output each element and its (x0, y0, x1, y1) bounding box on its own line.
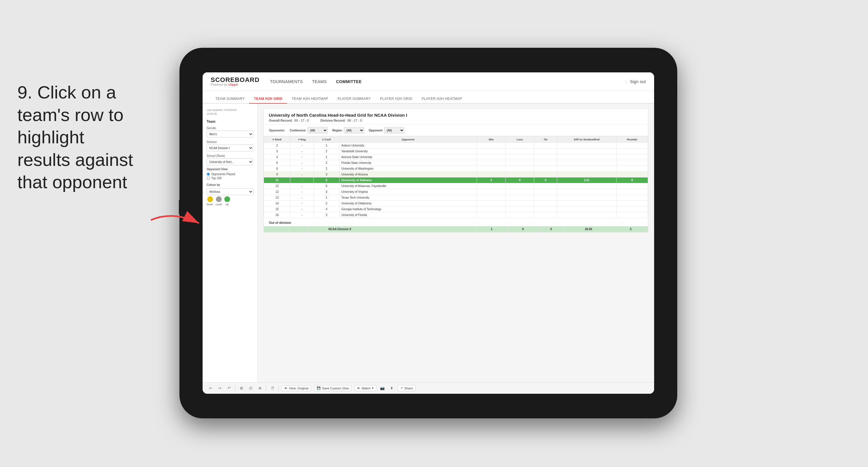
watch-btn[interactable]: 👁 Watch ▾ (354, 385, 376, 391)
table-row[interactable]: 11-5University of Alabama3002.618 (264, 177, 648, 183)
save-custom-view-btn[interactable]: 💾 Save Custom View (314, 385, 352, 391)
conference-select[interactable]: (All) (307, 127, 328, 134)
col-header-diff: Diff Av Strokes/Rnd (557, 136, 617, 143)
division-select[interactable]: NCAA Division I NCAA Division II (207, 144, 253, 151)
save-icon: 💾 (317, 386, 321, 390)
tab-team-h2h-heatmap[interactable]: TEAM H2H HEATMAP (287, 94, 333, 104)
logo-powered: Powered by clippd (211, 83, 259, 86)
table-row[interactable]: 9-3University of Arizona (264, 172, 648, 177)
camera-icon[interactable]: 📷 (379, 385, 385, 391)
tab-player-h2h-heatmap[interactable]: PLAYER H2H HEATMAP (417, 94, 467, 104)
share-btn[interactable]: ↗ Share (398, 385, 415, 391)
view-original-btn[interactable]: 👁 View: Original (282, 385, 311, 391)
logo-scoreboard: SCOREBOARD (211, 77, 259, 83)
radio-opponents-played: Opponents Played (207, 173, 253, 176)
toolbar-divider-3 (278, 385, 279, 391)
colour-by-label: Colour by (207, 183, 253, 186)
tab-team-h2h-grid[interactable]: TEAM H2H GRID (249, 94, 287, 104)
out-of-division-table: NCAA Division II 1 0 0 26.00 3 (264, 226, 648, 232)
gender-select[interactable]: Men's Women's (207, 130, 253, 138)
out-div-win: 1 (476, 226, 507, 232)
conference-filter: Conference (All) (290, 127, 328, 134)
out-div-reg (289, 226, 308, 232)
col-header-opponent: Opponent (339, 136, 477, 143)
opponent-select[interactable]: (All) (384, 127, 404, 134)
school-select[interactable]: University of Nort... (207, 158, 253, 165)
opponent-view-group: Opponent View Opponents Played Top 100 (207, 168, 253, 180)
opponent-filter: Opponent (All) (369, 127, 404, 134)
table-header-row: # Rank # Reg # Conf Opponent Win Loss Ti… (264, 136, 648, 143)
tab-player-h2h-grid[interactable]: PLAYER H2H GRID (375, 94, 417, 104)
sidebar-gender-label: Gender (207, 126, 253, 130)
up-dot (224, 196, 230, 202)
opponents-label: Opponents: (269, 129, 285, 132)
panel-records: Overall Record: 89 - 17 - 0 Division Rec… (269, 119, 643, 122)
region-select[interactable]: (All) (344, 127, 364, 134)
table-row[interactable]: 13-1Texas Tech University (264, 195, 648, 201)
undo-icon[interactable]: ↩ (207, 385, 214, 391)
nav-committee[interactable]: COMMITTEE (336, 78, 362, 85)
paste-icon[interactable]: ⊡ (247, 385, 254, 391)
tablet-device: SCOREBOARD Powered by clippd TOURNAMENTS… (180, 48, 677, 418)
col-header-conf: # Conf (314, 136, 339, 143)
toolbar-divider-1 (235, 385, 235, 391)
table-row[interactable]: 14-2University of Oklahoma (264, 201, 648, 206)
sub-nav: TEAM SUMMARY TEAM H2H GRID TEAM H2H HEAT… (203, 91, 654, 104)
out-div-conf (308, 226, 327, 232)
copy-icon[interactable]: ⊞ (238, 385, 245, 391)
sidebar-team-label: Team (207, 120, 253, 124)
table-row[interactable]: 15-4Georgia Institute of Technology (264, 206, 648, 212)
out-div-rounds: 3 (614, 226, 648, 232)
level-dot (216, 196, 222, 202)
col-header-win: Win (477, 136, 505, 143)
tab-player-summary[interactable]: PLAYER SUMMARY (333, 94, 375, 104)
out-div-opponent: NCAA Division II (326, 226, 476, 232)
plus-icon[interactable]: ⊕ (257, 385, 263, 391)
step-number: 9. (18, 82, 37, 102)
table-row[interactable]: 12-6University of Arkansas, Fayetteville (264, 183, 648, 189)
nav-links: TOURNAMENTS TEAMS COMMITTEE (270, 78, 625, 85)
scene: 9. Click on a team's row to highlight re… (0, 0, 868, 467)
back-icon[interactable]: ↶ (226, 385, 232, 391)
sign-out-link[interactable]: Sign out (630, 78, 646, 85)
overall-record: Overall Record: 89 - 17 - 0 (269, 119, 309, 122)
colour-by-select[interactable]: Win/loss (207, 188, 253, 195)
nav-divider: | (625, 79, 626, 84)
download-icon[interactable]: ⬇ (389, 385, 395, 391)
table-row[interactable]: 4-1Arizona State University (264, 154, 648, 160)
table-row[interactable]: 2-1Auburn University (264, 143, 648, 148)
chevron-down-icon: ▾ (372, 386, 374, 390)
out-of-division-title: Out of division (264, 218, 648, 226)
redo-icon[interactable]: ↪ (216, 385, 223, 391)
colour-legend: Down Level Up (207, 196, 253, 206)
nav-tournaments[interactable]: TOURNAMENTS (270, 78, 303, 85)
table-row[interactable]: 8-2University of Washington (264, 166, 648, 172)
col-header-rank: # Rank (264, 136, 290, 143)
opponent-view-label: Opponent View (207, 168, 253, 171)
table-row[interactable]: 12-3University of Virginia (264, 189, 648, 195)
col-header-loss: Loss (505, 136, 534, 143)
radio-top-100: Top 100 (207, 177, 253, 180)
out-div-diff: 26.00 (563, 226, 614, 232)
table-row[interactable]: 3-2Vanderbilt University (264, 148, 648, 154)
data-panel: University of North Carolina Head-to-Hea… (264, 108, 648, 232)
toolbar-divider-2 (266, 385, 266, 391)
out-div-tie: 0 (539, 226, 563, 232)
nav-teams[interactable]: TEAMS (312, 78, 327, 85)
table-row[interactable]: 6-2Florida State University (264, 160, 648, 166)
grid-table: # Rank # Reg # Conf Opponent Win Loss Ti… (264, 136, 648, 218)
region-filter: Region (All) (332, 127, 364, 134)
col-header-reg: # Reg (290, 136, 314, 143)
clock-icon[interactable]: ⏱ (269, 385, 276, 391)
table-row[interactable]: 16-3University of Florida (264, 212, 648, 218)
panel-header: University of North Carolina Head-to-Hea… (264, 109, 648, 125)
down-dot (207, 196, 213, 202)
panel-title: University of North Carolina Head-to-Hea… (269, 113, 643, 118)
sidebar: Last Updated: 27/03/2024 16:55:38 Team G… (203, 104, 257, 382)
legend-level: Level (216, 196, 222, 206)
eye-icon: 👁 (284, 386, 287, 390)
out-of-division-row[interactable]: NCAA Division II 1 0 0 26.00 3 (264, 226, 648, 232)
nav-right: | Sign out (625, 78, 646, 85)
tab-team-summary[interactable]: TEAM SUMMARY (211, 94, 249, 104)
data-area: University of North Carolina Head-to-Hea… (257, 104, 654, 382)
